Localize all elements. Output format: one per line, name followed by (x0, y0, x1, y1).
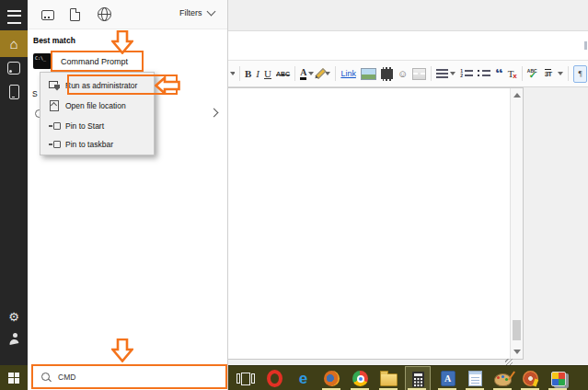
file-explorer-button[interactable] (380, 370, 398, 387)
italic-button[interactable]: I (256, 68, 259, 79)
wordpad-icon: A (441, 371, 455, 386)
firefox-icon (324, 371, 340, 386)
numbered-list-button[interactable]: 12 (460, 69, 473, 78)
chevron-down-icon (325, 72, 330, 75)
notepad-icon (468, 371, 482, 386)
opera-icon (267, 370, 282, 387)
transliterate-dropdown[interactable] (556, 72, 563, 75)
menu-item-run-as-administrator[interactable]: Run as administrator (40, 75, 154, 96)
insert-image-button[interactable] (361, 68, 376, 80)
start-button[interactable] (0, 365, 28, 390)
insert-jump-break-button[interactable] (412, 68, 426, 80)
windows-logo-icon (8, 373, 19, 384)
task-view-icon (236, 373, 255, 385)
sidebar-feedback[interactable] (0, 331, 28, 346)
chrome-icon (352, 371, 368, 386)
spellcheck-button[interactable]: ABC✓ (527, 68, 540, 80)
insert-emoticon-button[interactable]: ☺ (398, 69, 408, 79)
apps-filter-icon[interactable] (41, 10, 54, 20)
toolbar-separator (568, 66, 569, 81)
highlight-color-button[interactable] (318, 68, 330, 79)
opera-button[interactable] (266, 370, 283, 387)
task-view-button[interactable] (236, 370, 254, 387)
hamburger-menu-button[interactable] (0, 9, 28, 24)
folder-icon (380, 373, 398, 386)
chevron-down-icon (558, 72, 563, 75)
notebook-icon (7, 62, 20, 75)
toolbar-separator (294, 66, 295, 81)
editor-content-area[interactable] (226, 87, 524, 360)
chevron-down-icon (450, 72, 455, 75)
transliterate-button[interactable]: 3T (545, 69, 551, 78)
person-icon (8, 333, 19, 344)
toolbar-separator (335, 66, 336, 81)
menu-item-pin-to-taskbar[interactable]: Pin to taskbar (40, 134, 154, 155)
paint-button[interactable] (494, 370, 512, 387)
wordpad-button[interactable]: A (439, 370, 456, 387)
chevron-right-icon[interactable] (210, 109, 219, 118)
insert-link-button[interactable]: Link (340, 69, 356, 78)
notepad-button[interactable] (467, 370, 484, 387)
sidebar-home-active[interactable]: ⌂ (0, 30, 28, 57)
scroll-down-icon[interactable] (513, 350, 521, 354)
bullet-list-button[interactable] (478, 69, 490, 78)
cortana-sidebar: ⌂ ⚙ (0, 0, 28, 365)
hamburger-icon (7, 10, 21, 24)
chevron-down-icon (308, 72, 314, 75)
blockquote-button[interactable]: “ (495, 69, 503, 78)
menu-item-pin-to-start[interactable]: Pin to Start (40, 116, 154, 136)
bold-button[interactable]: B (245, 68, 251, 79)
editor-toolbar: B I U ABC A Link ☺ 12 “ Tx ABC✓ 3T ¶ ¶ (227, 61, 588, 87)
vertical-scrollbar[interactable] (510, 88, 523, 359)
search-filter-bar: Filters (28, 0, 227, 29)
taskbar-search-input[interactable]: CMD (31, 364, 227, 389)
search-icon (41, 373, 50, 381)
firefox-button[interactable] (323, 370, 340, 387)
screen: B I U ABC A Link ☺ 12 “ Tx ABC✓ 3T ¶ ¶ (0, 0, 588, 390)
pin-icon (49, 141, 61, 148)
partial-dropdown-button[interactable] (229, 72, 235, 75)
menu-item-open-file-location[interactable]: Open file location (40, 96, 154, 116)
remove-formatting-button[interactable]: Tx (508, 67, 517, 80)
edge-button[interactable]: e (294, 370, 312, 387)
underline-button[interactable]: U (264, 68, 271, 79)
best-match-result[interactable]: Command Prompt (61, 57, 128, 66)
toolbar-separator (522, 66, 523, 81)
strikethrough-button[interactable]: ABC (276, 71, 290, 77)
web-filter-icon[interactable] (98, 7, 111, 21)
context-menu: Run as administrator Open file location … (40, 72, 155, 155)
command-prompt-icon: C:\_ (33, 53, 52, 69)
filters-dropdown[interactable]: Filters (179, 8, 214, 17)
alignment-button[interactable] (436, 69, 455, 78)
device-icon (9, 85, 19, 99)
search-input-value: CMD (58, 373, 75, 382)
paint-icon (494, 373, 512, 386)
movie-maker-button[interactable] (522, 370, 539, 387)
sidebar-settings[interactable]: ⚙ (0, 309, 28, 324)
scrollbar-thumb[interactable] (513, 320, 521, 340)
best-match-heading: Best match (33, 36, 75, 45)
chrome-button[interactable] (352, 370, 369, 387)
photo-viewer-button[interactable] (549, 370, 567, 387)
sidebar-devices[interactable] (0, 84, 28, 100)
edge-icon: e (299, 371, 307, 386)
gear-icon: ⚙ (8, 311, 19, 323)
calculator-icon (412, 372, 424, 387)
paragraph-ltr-button[interactable]: ¶ (573, 65, 587, 83)
chevron-down-icon (206, 7, 215, 17)
scroll-up-icon[interactable] (513, 93, 521, 98)
calculator-button-active[interactable] (405, 366, 431, 390)
resize-grip[interactable] (505, 359, 513, 365)
filters-label: Filters (179, 8, 202, 17)
pin-icon (49, 122, 61, 130)
search-panel: Filters Best match C:\_ Command Prompt S… (28, 0, 228, 390)
run-as-admin-icon (49, 81, 60, 91)
sidebar-notebook[interactable] (0, 61, 28, 75)
partial-element (584, 41, 587, 50)
text-color-button[interactable]: A (300, 68, 314, 80)
file-location-icon (50, 100, 59, 111)
insert-video-button[interactable] (381, 67, 393, 81)
documents-filter-icon[interactable] (70, 8, 80, 21)
movie-maker-icon (523, 371, 538, 386)
check-icon: ✓ (529, 70, 536, 80)
